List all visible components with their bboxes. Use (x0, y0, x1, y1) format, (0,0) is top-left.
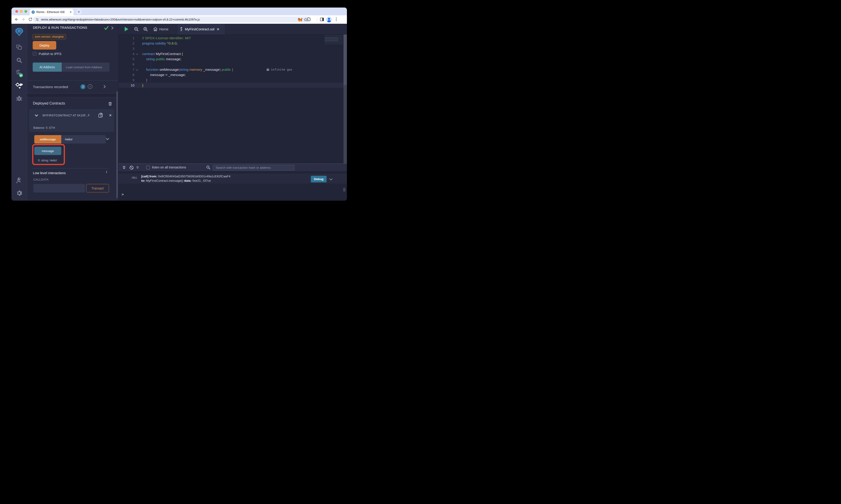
remove-contract-icon[interactable]: ✕ (109, 113, 112, 117)
remix-app: DEPLOY & RUN TRANSACTIONS evm version: s… (12, 24, 347, 201)
toolbar-divider (317, 17, 317, 21)
search-icon[interactable] (12, 57, 27, 63)
fold-chevron-icon[interactable] (136, 53, 138, 55)
code-line[interactable]: 3 (118, 46, 347, 51)
at-address-input[interactable]: Load contract from Address (62, 62, 109, 72)
code-line[interactable]: 8 message = _message; (118, 72, 347, 77)
reload-icon[interactable] (28, 17, 33, 22)
terminal-prompt[interactable]: > (122, 192, 124, 197)
new-tab-button[interactable]: + (76, 9, 82, 15)
code-line[interactable]: 9 } (118, 77, 347, 83)
deploy-run-panel: DEPLOY & RUN TRANSACTIONS evm version: s… (27, 24, 118, 201)
home-icon (153, 27, 158, 31)
zoom-window-button[interactable] (24, 10, 27, 13)
file-tab-close-icon[interactable]: ✕ (217, 28, 219, 31)
file-explorer-icon[interactable] (12, 44, 27, 50)
minimize-window-button[interactable] (20, 10, 23, 13)
settings-gear-icon[interactable] (12, 190, 27, 196)
deployed-contract-card: MYFIRSTCONTRACT AT 0X10F...F ✕ Balance: … (29, 109, 114, 132)
back-icon[interactable] (14, 17, 19, 22)
site-info-icon[interactable] (35, 18, 39, 21)
code-line[interactable]: 6 (118, 61, 347, 67)
forward-icon[interactable] (21, 17, 26, 22)
set-message-input[interactable]: Hello! (61, 135, 106, 144)
transactions-expand-chevron-icon[interactable] (104, 85, 106, 88)
editor-scrollbar[interactable] (343, 34, 347, 163)
metamask-extension-icon[interactable] (298, 17, 303, 22)
remix-logo-icon[interactable] (12, 27, 27, 37)
icon-rail (12, 24, 27, 201)
code-line[interactable]: 7 function setMessage(string memory _mes… (118, 67, 347, 72)
expand-terminal-double-chevron-icon[interactable] (122, 165, 126, 169)
close-window-button[interactable] (15, 10, 18, 13)
extensions-puzzle-icon[interactable] (307, 17, 311, 22)
calldata-input[interactable] (33, 184, 85, 193)
terminal: 0 listen on all transactions Search with… (118, 163, 347, 201)
plugin-manager-icon[interactable] (12, 177, 27, 183)
transact-button[interactable]: Transact (86, 184, 109, 193)
chrome-toolbar: remix.ethereum.org/#lang=en&optimize=fal… (12, 15, 347, 24)
editor-tabbar: Home MyFirstContract.sol ✕ (118, 24, 347, 34)
minimap[interactable] (325, 35, 343, 45)
terminal-search-input[interactable]: Search with transaction hash or address (213, 165, 295, 170)
transactions-recorded-row: Transactions recorded 2 i (27, 84, 118, 91)
calldata-label: CALLDATA (33, 178, 49, 181)
code-line[interactable]: 10} (118, 83, 347, 88)
transactions-recorded-label: Transactions recorded (33, 85, 68, 89)
file-tab-active[interactable]: MyFirstContract.sol ✕ (177, 24, 225, 34)
editor-region: Home MyFirstContract.sol ✕ 1// SPDX-Lice… (118, 24, 347, 201)
terminal-scrollbar-thumb[interactable] (343, 187, 345, 192)
omnibox[interactable]: remix.ethereum.org/#lang=en&optimize=fal… (33, 16, 310, 23)
terminal-search-icon (206, 165, 210, 169)
tab-close-icon[interactable]: ✕ (69, 11, 72, 14)
terminal-log-row[interactable]: CALL [call] from: 0x9Cf934043aD350758391… (118, 174, 347, 183)
code-line[interactable]: 1// SPDX-License-Identifier: MIT (118, 35, 347, 41)
set-message-button[interactable]: setMessage (34, 135, 61, 144)
zoom-out-icon[interactable] (134, 27, 139, 32)
indent-guide (159, 72, 159, 77)
home-tab-label: Home (159, 27, 168, 31)
home-tab[interactable]: Home (153, 24, 168, 34)
debugger-icon[interactable] (12, 95, 27, 101)
set-message-row: setMessage Hello! (34, 135, 106, 144)
log-line-1: [call] from: 0x9Cf934043aD350758391b0D01… (141, 174, 230, 179)
run-script-play-icon[interactable] (124, 27, 128, 32)
at-address-group: At Address Load contract from Address (33, 62, 109, 72)
contract-collapse-chevron-icon[interactable] (35, 114, 38, 116)
set-message-expand-chevron-icon[interactable] (106, 138, 109, 140)
profile-avatar[interactable] (326, 17, 332, 22)
low-level-info-icon[interactable]: i (106, 170, 107, 174)
publish-ipfs-checkbox[interactable] (33, 52, 37, 56)
panel-scrollbar[interactable] (116, 91, 118, 198)
solidity-compiler-icon[interactable] (12, 69, 27, 78)
clear-contracts-trash-icon[interactable] (108, 102, 112, 106)
pending-tx-count: 0 (137, 165, 138, 169)
clear-console-icon[interactable] (130, 165, 134, 170)
copy-address-icon[interactable] (98, 113, 103, 118)
fold-chevron-icon[interactable] (136, 69, 138, 71)
sidebar-toggle-icon[interactable] (320, 17, 324, 22)
at-address-button[interactable]: At Address (33, 62, 62, 72)
tab-title: Remix - Ethereum IDE (36, 11, 68, 14)
url-text[interactable]: remix.ethereum.org/#lang=en&optimize=fal… (41, 18, 297, 21)
message-getter-button[interactable]: message (34, 147, 61, 155)
deploy-button[interactable]: Deploy (33, 41, 56, 50)
listen-all-checkbox[interactable] (146, 166, 150, 169)
code-line[interactable]: 5 string public message; (118, 56, 347, 61)
low-level-title: Low level interactions (33, 171, 66, 175)
debug-button[interactable]: Debug (311, 176, 327, 182)
log-expand-chevron-icon[interactable] (329, 177, 332, 180)
panel-collapse-chevron-icon[interactable] (111, 26, 114, 30)
transactions-info-icon[interactable]: i (88, 84, 92, 89)
gas-annotation: infinite gas (267, 67, 292, 72)
contract-card-header[interactable]: MYFIRSTCONTRACT AT 0X10F...F ✕ (29, 113, 114, 119)
code-editor[interactable]: 1// SPDX-License-Identifier: MIT2pragma … (118, 34, 347, 163)
browser-tab[interactable]: Remix - Ethereum IDE ✕ (30, 9, 73, 15)
zoom-in-icon[interactable] (143, 27, 148, 32)
browser-menu-icon[interactable]: ••• (336, 17, 337, 21)
publish-ipfs-label[interactable]: Publish to IPFS (39, 52, 62, 56)
code-line[interactable]: 2pragma solidity ^0.8.0; (118, 41, 347, 46)
deploy-run-icon[interactable] (12, 83, 27, 89)
code-line[interactable]: 4contract MyFirstContract { (118, 51, 347, 56)
listen-all-label[interactable]: listen on all transactions (152, 165, 186, 169)
